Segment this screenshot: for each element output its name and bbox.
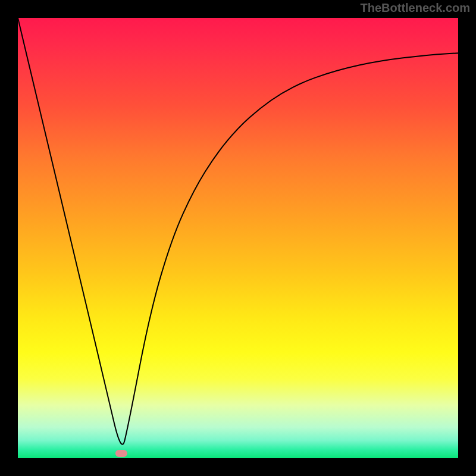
attribution-text: TheBottleneck.com	[361, 1, 470, 15]
bottleneck-curve	[18, 18, 458, 444]
plot-area	[18, 18, 458, 458]
chart-svg	[18, 18, 458, 458]
chart-container: TheBottleneck.com	[0, 0, 476, 476]
optimal-point-marker	[115, 450, 127, 457]
